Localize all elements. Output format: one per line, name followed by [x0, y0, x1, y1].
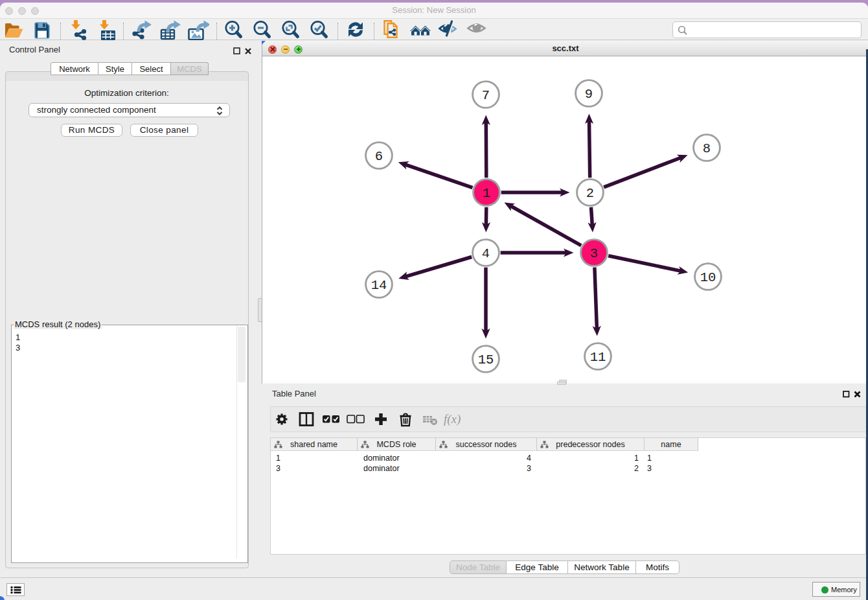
svg-text:15: 15: [478, 352, 494, 367]
svg-text:3: 3: [590, 246, 598, 261]
svg-text:1: 1: [483, 186, 490, 201]
svg-text:9: 9: [585, 87, 593, 102]
svg-text:4: 4: [482, 246, 490, 261]
svg-text:8: 8: [703, 141, 711, 156]
svg-text:10: 10: [700, 270, 716, 285]
svg-text:14: 14: [371, 278, 387, 293]
svg-text:11: 11: [590, 350, 606, 365]
svg-text:f(x): f(x): [444, 412, 461, 426]
svg-text:2: 2: [586, 186, 594, 201]
svg-text:6: 6: [375, 149, 383, 164]
svg-text:7: 7: [482, 88, 490, 103]
